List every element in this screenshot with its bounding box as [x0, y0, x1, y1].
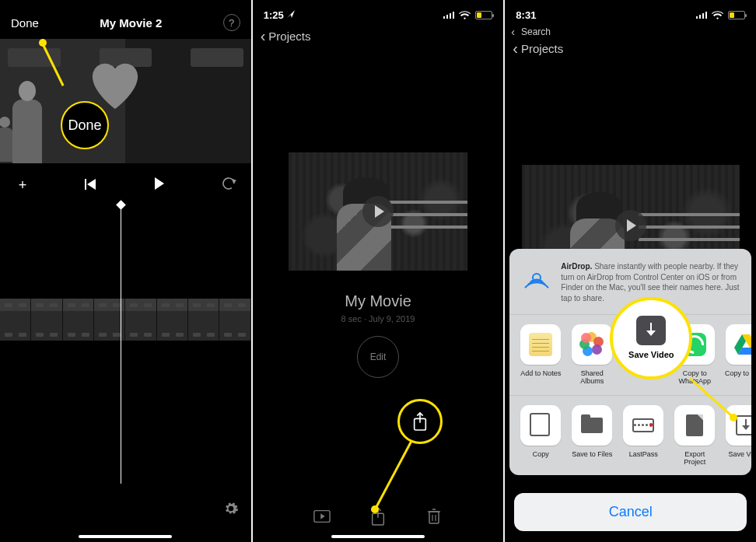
- undo-button[interactable]: [220, 177, 237, 194]
- timeline[interactable]: [0, 204, 251, 484]
- svg-rect-22: [702, 13, 704, 19]
- back-projects[interactable]: Projects: [521, 42, 563, 55]
- svg-rect-21: [699, 15, 701, 19]
- svg-rect-6: [446, 15, 448, 19]
- back-chevron-icon[interactable]: ‹: [261, 28, 266, 44]
- project-thumbnail[interactable]: [289, 152, 467, 271]
- screen-editor: Done My Movie 2 ? +: [0, 0, 253, 542]
- wifi-icon: [459, 11, 471, 19]
- home-indicator[interactable]: [331, 535, 425, 538]
- share-sheet: AirDrop. Share instantly with people nea…: [509, 249, 751, 475]
- back-chevron-icon[interactable]: ‹: [513, 40, 518, 56]
- share-icon: [411, 411, 429, 432]
- playhead[interactable]: [121, 204, 121, 484]
- annotation-share: [253, 0, 504, 542]
- status-time: 1:25: [264, 9, 284, 21]
- editor-header: Done My Movie 2 ?: [0, 0, 251, 39]
- status-bar: 1:25: [253, 0, 504, 25]
- filmstrip[interactable]: [0, 299, 251, 341]
- heart-graphic: [85, 56, 145, 112]
- play-overlay-icon: [615, 210, 646, 241]
- status-time: 8:31: [516, 9, 536, 21]
- cancel-button[interactable]: Cancel: [514, 493, 747, 531]
- battery-icon: [728, 11, 745, 19]
- status-bar: 8:31: [505, 0, 756, 25]
- screen-share-sheet: 8:31 ‹ Search ‹ Projects: [505, 0, 756, 542]
- skip-back-button[interactable]: [82, 177, 100, 194]
- share-copy-to-drive[interactable]: Copy to Drive: [724, 324, 751, 386]
- svg-rect-7: [450, 13, 451, 19]
- home-indicator[interactable]: [79, 535, 172, 538]
- done-button[interactable]: Done: [11, 16, 39, 30]
- screen-project-detail: 1:25 ‹ Projects: [253, 0, 506, 542]
- wifi-icon: [712, 11, 723, 19]
- play-fullscreen-button[interactable]: [313, 508, 331, 525]
- airdrop-section[interactable]: AirDrop. Share instantly with people nea…: [509, 257, 751, 314]
- svg-rect-20: [696, 16, 698, 19]
- battery-icon: [475, 11, 492, 19]
- location-icon: [287, 10, 295, 19]
- settings-button[interactable]: [223, 501, 239, 520]
- airdrop-text: AirDrop. Share instantly with people nea…: [561, 261, 740, 303]
- signal-icon: [443, 11, 456, 19]
- edit-button[interactable]: Edit: [357, 336, 399, 378]
- action-export-project[interactable]: Export Project: [673, 405, 716, 467]
- svg-marker-10: [320, 513, 325, 519]
- svg-rect-8: [453, 12, 454, 19]
- svg-marker-4: [287, 10, 295, 18]
- action-lastpass[interactable]: LastPass: [621, 405, 665, 467]
- nav-bar: ‹ Projects: [505, 37, 756, 64]
- share-apps-row[interactable]: Add to Notes Shared Albums Drive: [509, 315, 751, 395]
- action-save-to-files[interactable]: Save to Files: [570, 405, 614, 467]
- svg-rect-0: [85, 179, 86, 190]
- play-overlay-icon[interactable]: [362, 196, 394, 227]
- back-projects[interactable]: Projects: [268, 30, 310, 43]
- action-copy[interactable]: Copy: [519, 405, 562, 467]
- movie-title: My Movie: [253, 292, 504, 310]
- add-media-button[interactable]: +: [14, 177, 31, 194]
- share-actions-row[interactable]: Copy Save to Files LastPass Export Proje…: [509, 396, 751, 476]
- share-add-to-notes[interactable]: Add to Notes: [519, 324, 562, 386]
- share-copy-whatsapp[interactable]: Copy to WhatsApp: [673, 324, 716, 386]
- bottom-toolbar: [253, 508, 504, 525]
- svg-rect-23: [705, 12, 707, 19]
- airdrop-icon: [520, 261, 553, 294]
- share-drive[interactable]: Drive: [621, 324, 665, 386]
- svg-marker-2: [155, 177, 164, 190]
- movie-subtitle: 8 sec · July 9, 2019: [253, 314, 504, 323]
- back-to-search[interactable]: ‹ Search: [505, 25, 756, 37]
- nav-bar: ‹ Projects: [253, 25, 504, 51]
- share-button[interactable]: [369, 508, 387, 525]
- delete-button[interactable]: [425, 508, 443, 525]
- action-save-video[interactable]: Save Video: [724, 405, 751, 467]
- play-button[interactable]: [151, 177, 168, 194]
- project-title: My Movie 2: [39, 16, 223, 30]
- svg-marker-1: [87, 179, 96, 190]
- signal-icon: [696, 11, 709, 19]
- share-shared-albums[interactable]: Shared Albums: [570, 324, 614, 386]
- help-button[interactable]: ?: [223, 14, 240, 31]
- video-preview: [0, 39, 251, 163]
- svg-rect-13: [429, 512, 439, 523]
- svg-rect-18: [414, 418, 425, 430]
- transport-controls: +: [0, 163, 251, 204]
- svg-rect-5: [443, 16, 445, 19]
